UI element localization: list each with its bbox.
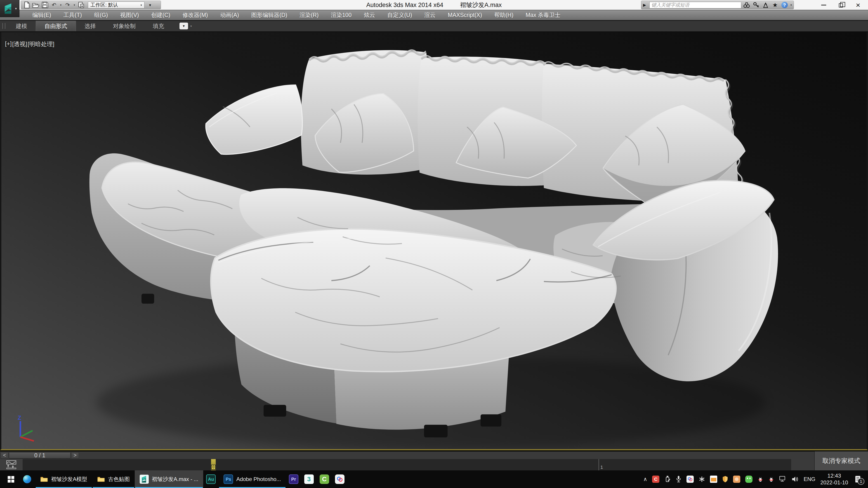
open-file-icon[interactable] bbox=[32, 1, 40, 8]
3dsmax-logo-icon bbox=[2, 3, 14, 14]
taskbar-item-folder-model[interactable]: 褶皱沙发A模型 bbox=[35, 470, 92, 488]
menu-tools[interactable]: 工具(T) bbox=[57, 11, 88, 19]
restore-button[interactable] bbox=[832, 0, 849, 10]
menu-create[interactable]: 创建(C) bbox=[145, 11, 177, 19]
menu-customize[interactable]: 自定义(U) bbox=[381, 11, 418, 19]
undo-history-caret-icon[interactable]: ▾ bbox=[59, 3, 63, 6]
cancel-expert-mode-button[interactable]: 取消专家模式 bbox=[814, 451, 868, 470]
help-icon[interactable]: ? bbox=[780, 1, 789, 8]
tray-orange-window-icon[interactable] bbox=[710, 476, 717, 483]
redo-history-caret-icon[interactable]: ▾ bbox=[72, 3, 76, 6]
menu-renderyun[interactable]: 渲云 bbox=[418, 11, 442, 19]
tab-object-paint[interactable]: 对象绘制 bbox=[104, 21, 144, 31]
menu-max-antivirus[interactable]: Max 杀毒卫士 bbox=[520, 11, 566, 19]
previous-frame-button[interactable]: < bbox=[1, 452, 8, 459]
tray-asterisk-icon[interactable] bbox=[699, 476, 705, 482]
taskbar-item-3dsmax[interactable]: 褶皱沙发A.max - ... bbox=[135, 470, 203, 488]
start-button[interactable] bbox=[3, 470, 19, 488]
taskbar-item-photoshop[interactable]: Ps Adobe Photosho... bbox=[219, 470, 286, 488]
menu-xuanyun[interactable]: 炫云 bbox=[358, 11, 381, 19]
toolbar-grip[interactable] bbox=[2, 23, 5, 29]
window-controls: × bbox=[815, 0, 867, 10]
menu-views[interactable]: 视图(V) bbox=[114, 11, 145, 19]
edge-icon bbox=[23, 475, 31, 483]
menu-bar: 编辑(E) 工具(T) 组(G) 视图(V) 创建(C) 修改器(M) 动画(A… bbox=[0, 10, 868, 20]
ribbon-minimize-caret-icon[interactable]: ▾ bbox=[190, 24, 192, 28]
taskbar-pin-3dsmax[interactable]: 3 bbox=[301, 470, 317, 488]
menu-help[interactable]: 帮助(H) bbox=[488, 11, 520, 19]
mini-curve-editor-button[interactable] bbox=[5, 460, 18, 470]
system-tray: ∧ C bbox=[643, 473, 865, 486]
folder-icon bbox=[40, 476, 48, 482]
tray-shield-icon[interactable] bbox=[722, 476, 728, 483]
tab-populate[interactable]: 填充 bbox=[144, 21, 173, 31]
language-indicator[interactable]: ENG bbox=[804, 476, 815, 482]
taskbar-clock[interactable]: 12:43 2022-01-10 bbox=[820, 473, 848, 486]
3dsmax-icon bbox=[140, 475, 149, 484]
tab-freeform[interactable]: 自由形式 bbox=[36, 21, 76, 31]
current-frame-marker[interactable]: 0 bbox=[211, 459, 216, 470]
project-folder-icon[interactable] bbox=[77, 1, 85, 8]
communication-center-icon[interactable] bbox=[762, 1, 770, 8]
undo-icon[interactable]: ↶ bbox=[50, 1, 58, 8]
menu-maxscript[interactable]: MAXScript(X) bbox=[442, 12, 488, 18]
search-binoculars-icon[interactable] bbox=[743, 1, 751, 8]
close-button[interactable]: × bbox=[849, 0, 867, 10]
menu-group[interactable]: 组(G) bbox=[88, 11, 114, 19]
tray-overflow-chevron-icon[interactable]: ∧ bbox=[643, 476, 647, 482]
title-bar: Autodesk 3ds Max 2014 x64 褶皱沙发A.max ↶ ▾ … bbox=[0, 0, 868, 10]
menu-edit[interactable]: 编辑(E) bbox=[26, 11, 57, 19]
time-slider-handle[interactable]: 0 / 1 bbox=[9, 452, 70, 459]
viewport-menu-general[interactable]: [+] bbox=[5, 40, 12, 48]
menu-rendering[interactable]: 渲染(R) bbox=[293, 11, 325, 19]
tray-loop-app-icon[interactable] bbox=[686, 476, 694, 483]
desktop-screen: Autodesk 3ds Max 2014 x64 褶皱沙发A.max ↶ ▾ … bbox=[0, 0, 868, 488]
microphone-icon[interactable] bbox=[676, 476, 682, 483]
viewport-menu-pov[interactable]: [透视] bbox=[12, 40, 27, 48]
network-icon[interactable] bbox=[779, 476, 786, 483]
save-icon[interactable] bbox=[41, 1, 49, 8]
menu-modifiers[interactable]: 修改器(M) bbox=[176, 11, 214, 19]
taskbar-pin-camtasia[interactable]: C bbox=[317, 470, 332, 488]
premiere-icon: Pr bbox=[289, 475, 298, 484]
next-frame-button[interactable]: > bbox=[71, 452, 79, 459]
workspace-dropdown[interactable]: 工作区: 默认 ▾ bbox=[88, 2, 145, 8]
toolbar-flyout-icon[interactable]: ▼ bbox=[147, 1, 153, 8]
taskbar-pin-audition[interactable]: Au bbox=[203, 470, 219, 488]
volume-icon[interactable] bbox=[792, 476, 799, 483]
clock-time: 12:43 bbox=[828, 473, 841, 479]
tray-camera-icon[interactable] bbox=[733, 476, 740, 483]
minimize-icon bbox=[821, 5, 826, 5]
subscription-key-icon[interactable] bbox=[752, 1, 760, 8]
taskbar-edge-button[interactable] bbox=[19, 470, 35, 488]
new-file-icon[interactable] bbox=[23, 1, 31, 8]
menu-render100[interactable]: 渲染100 bbox=[325, 11, 358, 19]
taskbar-pin-premiere[interactable]: Pr bbox=[286, 470, 301, 488]
help-caret-icon[interactable]: ▾ bbox=[790, 3, 792, 6]
search-input[interactable] bbox=[649, 2, 741, 8]
search-history-icon[interactable]: ▶ bbox=[643, 3, 648, 7]
quick-access-toolbar: ↶ ▾ ↷ ▾ 工作区: 默认 ▾ ▼ bbox=[21, 1, 161, 9]
ribbon-minimize-icon[interactable]: ▼ bbox=[180, 23, 188, 29]
tab-selection[interactable]: 选择 bbox=[76, 21, 104, 31]
minimize-button[interactable] bbox=[815, 0, 832, 10]
tab-modeling[interactable]: 建模 bbox=[7, 21, 36, 31]
usb-eject-icon[interactable] bbox=[664, 476, 671, 483]
tray-red-c-icon[interactable]: C bbox=[652, 476, 659, 483]
perspective-viewport[interactable]: [+] [透视] [明暗处理] Z bbox=[0, 32, 868, 450]
axis-z-label: Z bbox=[18, 414, 21, 421]
taskbar-pin-loop-app[interactable] bbox=[332, 470, 347, 488]
track-bar-ruler[interactable]: 0 1 bbox=[23, 459, 791, 470]
qq-icon[interactable] bbox=[768, 476, 774, 483]
viewport-menu-shading[interactable]: [明暗处理] bbox=[28, 40, 54, 48]
taskbar-item-folder-textures[interactable]: 古色贴图 bbox=[92, 470, 135, 488]
menu-animation[interactable]: 动画(A) bbox=[214, 11, 245, 19]
favorites-star-icon[interactable]: ★ bbox=[771, 1, 779, 8]
redo-icon[interactable]: ↷ bbox=[64, 1, 72, 8]
menu-graph-editors[interactable]: 图形编辑器(D) bbox=[245, 11, 293, 19]
qq-icon[interactable] bbox=[757, 476, 763, 483]
wechat-icon[interactable] bbox=[745, 476, 752, 483]
application-menu-button[interactable]: ▾ bbox=[0, 0, 20, 17]
photoshop-icon: Ps bbox=[223, 475, 233, 484]
notification-center-button[interactable]: 1 bbox=[855, 475, 861, 483]
